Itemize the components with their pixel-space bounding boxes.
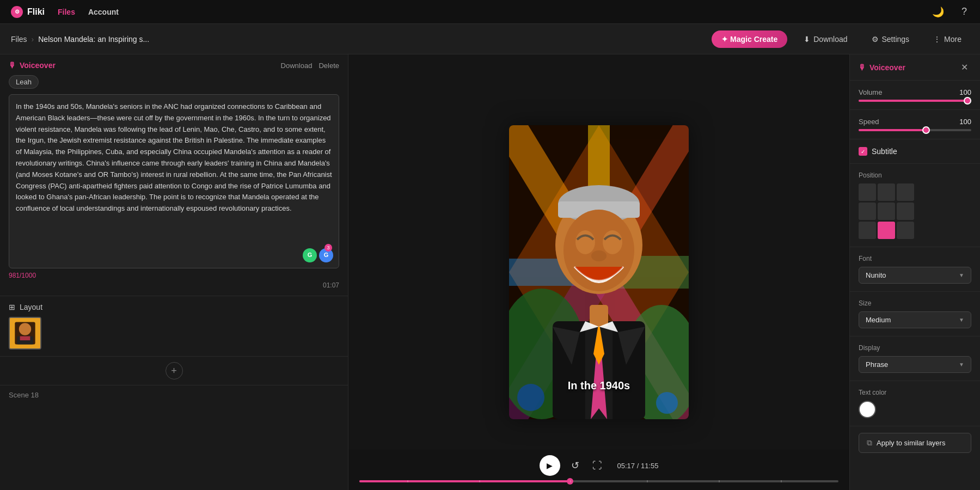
mic-icon: 🎙 (9, 61, 16, 70)
nav-account[interactable]: Account (88, 8, 119, 16)
add-scene-row: + (0, 356, 348, 385)
progress-bar[interactable] (359, 480, 838, 482)
volume-thumb (964, 97, 971, 105)
breadcrumb: Files › Nelson Mandela: an Inspiring s..… (11, 35, 149, 44)
voiceover-delete-btn[interactable]: Delete (318, 62, 339, 70)
segment-marker-3 (570, 480, 571, 482)
display-section: Display Phrase ▼ (850, 336, 980, 381)
player-bar: ▶ ↺ ⛶ 05:17 / 11:55 (348, 450, 849, 490)
apply-similar-button[interactable]: ⧉ Apply to similar layers (859, 433, 971, 453)
layout-thumb-svg (10, 317, 40, 350)
text-color-label: Text color (859, 389, 886, 396)
display-dropdown[interactable]: Phrase ▼ (859, 356, 971, 373)
video-bg-art (509, 125, 689, 419)
size-value: Medium (866, 316, 891, 324)
size-label-container: Size (859, 299, 971, 307)
pos-bot-left[interactable] (859, 222, 876, 239)
apply-label: Apply to similar layers (877, 439, 945, 447)
fullscreen-button[interactable]: ⛶ (590, 458, 604, 474)
grammarly-icon: G (303, 248, 317, 262)
font-dropdown[interactable]: Nunito ▼ (859, 267, 971, 284)
char-count: 981/1000 (9, 272, 339, 279)
player-controls: ▶ ↺ ⛶ 05:17 / 11:55 (359, 455, 838, 476)
pos-bot-center[interactable] (878, 222, 895, 239)
volume-section: Volume 100 (850, 81, 980, 110)
replay-button[interactable]: ↺ (569, 457, 581, 474)
add-scene-button[interactable]: + (166, 362, 183, 379)
pos-bot-right[interactable] (897, 222, 914, 239)
video-preview: In the 1940s (509, 125, 689, 419)
settings-button[interactable]: ⚙ Settings (864, 30, 917, 48)
font-section: Font Nunito ▼ (850, 247, 980, 292)
play-button[interactable]: ▶ (540, 455, 560, 476)
font-dropdown-arrow: ▼ (959, 272, 964, 278)
magic-create-label: ✦ Magic Create (721, 35, 777, 44)
pos-mid-left[interactable] (859, 203, 876, 220)
apply-icon: ⧉ (867, 438, 872, 448)
right-panel-mic-icon: 🎙 (859, 63, 866, 72)
speed-row: Speed 100 (859, 118, 971, 126)
text-color-section: Text color (850, 381, 980, 426)
size-dropdown[interactable]: Medium ▼ (859, 311, 971, 328)
voice-tag[interactable]: Leah (9, 75, 39, 89)
close-panel-button[interactable]: ✕ (958, 61, 971, 74)
layout-title: Layout (20, 303, 42, 311)
progress-fill (359, 480, 570, 482)
voiceover-text: In the 1940s and 50s, Mandela's seniors … (16, 102, 334, 212)
right-panel-title: 🎙 Voiceover (859, 63, 905, 72)
breadcrumb-current: Nelson Mandela: an Inspiring s... (38, 35, 149, 44)
app-logo: ⚙ Fliki (11, 6, 45, 18)
toolbar: Files › Nelson Mandela: an Inspiring s..… (0, 24, 980, 54)
scene-name: Scene 18 (9, 391, 39, 399)
right-panel-title-text: Voiceover (869, 63, 905, 72)
subtitle-checkbox[interactable]: ✓ (859, 147, 867, 156)
dark-mode-icon[interactable]: 🌙 (930, 4, 946, 20)
nav-files[interactable]: Files (58, 8, 75, 16)
voiceover-header: 🎙 Voiceover Download Delete (9, 61, 339, 70)
text-color-swatch[interactable] (859, 401, 876, 418)
display-value: Phrase (866, 360, 888, 369)
pos-top-right[interactable] (897, 183, 914, 201)
layout-header: ⊞ Layout (9, 303, 339, 311)
magic-create-button[interactable]: ✦ Magic Create (712, 30, 787, 48)
svg-rect-22 (590, 305, 608, 327)
speed-value: 100 (959, 118, 971, 126)
volume-slider[interactable] (859, 100, 971, 102)
layout-thumbnail[interactable] (9, 317, 41, 350)
app-name: Fliki (27, 7, 45, 17)
right-panel: 🎙 Voiceover ✕ Volume 100 Speed 100 (849, 54, 980, 490)
font-label: Font (859, 255, 872, 262)
size-label: Size (859, 299, 871, 307)
speed-label: Speed (859, 118, 879, 126)
speed-slider[interactable] (859, 129, 971, 131)
voiceover-actions: Download Delete (281, 62, 339, 70)
speed-fill (859, 129, 926, 131)
help-icon[interactable]: ? (959, 4, 969, 20)
pos-top-left[interactable] (859, 183, 876, 201)
voiceover-download-btn[interactable]: Download (281, 62, 313, 70)
subtitle-text: In the 1940s (568, 379, 630, 391)
download-button[interactable]: ⬇ Download (796, 30, 855, 48)
more-icon: ⋮ (933, 35, 941, 44)
segment-marker-2 (479, 480, 480, 482)
pos-top-center[interactable] (878, 183, 895, 201)
more-button[interactable]: ⋮ More (926, 30, 969, 48)
left-panel: 🎙 Voiceover Download Delete Leah In the … (0, 54, 348, 490)
subtitle-row[interactable]: ✓ Subtitle (850, 139, 980, 164)
right-panel-header: 🎙 Voiceover ✕ (850, 54, 980, 81)
download-label: Download (813, 35, 847, 44)
pos-mid-center[interactable] (878, 203, 895, 220)
voiceover-title-text: Voiceover (20, 61, 56, 70)
time-display: 05:17 / 11:55 (617, 462, 659, 470)
pos-mid-right[interactable] (897, 203, 914, 220)
voiceover-text-area[interactable]: In the 1940s and 50s, Mandela's seniors … (9, 94, 339, 268)
layout-section: ⊞ Layout (0, 296, 348, 356)
settings-label: Settings (882, 35, 910, 44)
settings-icon: ⚙ (872, 35, 879, 44)
scene-label: Scene 18 (0, 385, 348, 405)
position-grid (859, 183, 971, 239)
more-label: More (944, 35, 961, 44)
breadcrumb-root[interactable]: Files (11, 35, 27, 44)
volume-label: Volume (859, 88, 882, 96)
main-layout: 🎙 Voiceover Download Delete Leah In the … (0, 54, 980, 490)
